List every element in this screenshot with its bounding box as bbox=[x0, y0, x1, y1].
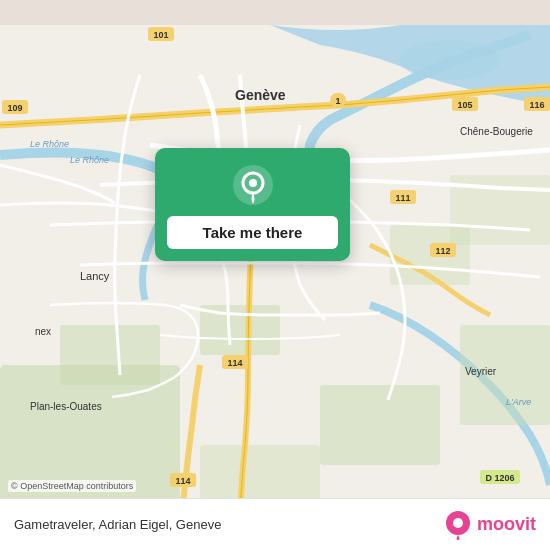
svg-point-41 bbox=[249, 179, 257, 187]
osm-attribution: © OpenStreetMap contributors bbox=[8, 480, 136, 492]
svg-text:Lancy: Lancy bbox=[80, 270, 110, 282]
svg-text:Plan-les-Ouates: Plan-les-Ouates bbox=[30, 401, 102, 412]
take-me-there-button[interactable]: Take me there bbox=[167, 216, 338, 249]
svg-rect-4 bbox=[320, 385, 440, 465]
location-card: Take me there bbox=[155, 148, 350, 261]
svg-text:D 1206: D 1206 bbox=[485, 473, 514, 483]
svg-text:111: 111 bbox=[395, 193, 410, 203]
map-svg: Genève Lancy Chêne-Bougerie nex Plan-les… bbox=[0, 0, 550, 550]
moovit-logo: moovit bbox=[443, 510, 536, 540]
svg-text:L'Arve: L'Arve bbox=[506, 397, 531, 407]
svg-text:105: 105 bbox=[457, 100, 472, 110]
svg-rect-3 bbox=[60, 325, 160, 385]
svg-point-43 bbox=[453, 518, 463, 528]
info-bar: Gametraveler, Adrian Eigel, Geneve moovi… bbox=[0, 498, 550, 550]
svg-text:Le Rhône: Le Rhône bbox=[70, 155, 109, 165]
moovit-icon bbox=[443, 510, 473, 540]
svg-text:101: 101 bbox=[153, 30, 168, 40]
location-info-text: Gametraveler, Adrian Eigel, Geneve bbox=[14, 517, 221, 532]
svg-point-1 bbox=[400, 40, 500, 80]
svg-text:Chêne-Bougerie: Chêne-Bougerie bbox=[460, 126, 533, 137]
svg-text:112: 112 bbox=[435, 246, 450, 256]
moovit-brand-text: moovit bbox=[477, 514, 536, 535]
svg-text:114: 114 bbox=[227, 358, 242, 368]
svg-text:114: 114 bbox=[175, 476, 190, 486]
svg-text:Veyrier: Veyrier bbox=[465, 366, 497, 377]
svg-text:109: 109 bbox=[7, 103, 22, 113]
svg-text:Le Rhône: Le Rhône bbox=[30, 139, 69, 149]
svg-text:1: 1 bbox=[335, 96, 340, 106]
svg-text:Genève: Genève bbox=[235, 87, 286, 103]
svg-text:nex: nex bbox=[35, 326, 51, 337]
svg-text:116: 116 bbox=[529, 100, 544, 110]
map-container: Genève Lancy Chêne-Bougerie nex Plan-les… bbox=[0, 0, 550, 550]
location-pin-icon bbox=[232, 164, 274, 206]
